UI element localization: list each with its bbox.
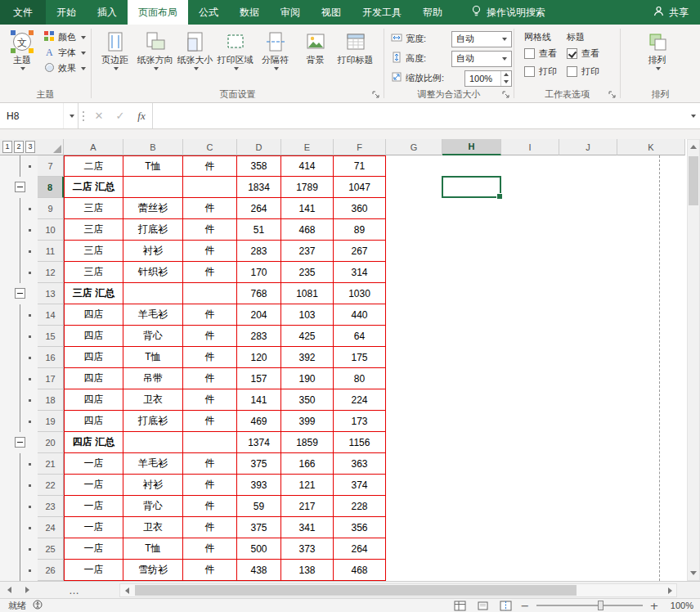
- row-header-22[interactable]: 22: [38, 475, 64, 496]
- cell-D8[interactable]: 1834: [237, 177, 281, 198]
- cell-E24[interactable]: 341: [281, 517, 334, 538]
- cell-J26[interactable]: [559, 560, 617, 581]
- cell-I26[interactable]: [501, 560, 559, 581]
- scale-to-fit-dialog-launcher[interactable]: [500, 89, 511, 100]
- cell-D21[interactable]: 375: [237, 453, 281, 475]
- cell-F10[interactable]: 89: [334, 219, 386, 241]
- cell-H7[interactable]: [442, 155, 501, 177]
- cell-C19[interactable]: 件: [183, 411, 237, 432]
- cell-B22[interactable]: 衬衫: [123, 475, 183, 496]
- cell-F23[interactable]: 228: [334, 496, 386, 517]
- cell-F21[interactable]: 363: [334, 453, 386, 475]
- cell-F19[interactable]: 173: [334, 411, 386, 432]
- cell-G20[interactable]: [386, 432, 442, 453]
- cell-J25[interactable]: [559, 538, 617, 560]
- scroll-down-button[interactable]: [688, 566, 699, 580]
- vertical-scrollbar-thumb[interactable]: [689, 156, 698, 205]
- cell-K18[interactable]: [617, 389, 685, 411]
- cell-J24[interactable]: [559, 517, 617, 538]
- cell-J12[interactable]: [559, 262, 617, 283]
- cell-G13[interactable]: [386, 283, 442, 304]
- cell-A14[interactable]: 四店: [64, 304, 123, 326]
- cell-H14[interactable]: [442, 304, 501, 326]
- cell-C7[interactable]: 件: [183, 155, 237, 177]
- cell-K24[interactable]: [617, 517, 685, 538]
- cell-I7[interactable]: [501, 155, 559, 177]
- zoom-slider-thumb[interactable]: [598, 601, 604, 610]
- row-header-24[interactable]: 24: [38, 517, 64, 538]
- cell-F25[interactable]: 264: [334, 538, 386, 560]
- cell-H16[interactable]: [442, 347, 501, 368]
- cell-A26[interactable]: 一店: [64, 560, 123, 581]
- tab-data[interactable]: 数据: [229, 0, 270, 25]
- sheet-next-button[interactable]: [18, 582, 36, 598]
- cell-K8[interactable]: [617, 177, 685, 198]
- outline-level-button-1[interactable]: 1: [2, 141, 12, 153]
- cell-A8[interactable]: 二店 汇总: [64, 177, 123, 198]
- cell-D16[interactable]: 120: [237, 347, 281, 368]
- page-layout-view-button[interactable]: [474, 600, 491, 612]
- row-header-10[interactable]: 10: [38, 219, 64, 241]
- cell-C17[interactable]: 件: [183, 368, 237, 389]
- row-header-16[interactable]: 16: [38, 347, 64, 368]
- page-setup-dialog-launcher[interactable]: [370, 89, 381, 100]
- cell-J20[interactable]: [559, 432, 617, 453]
- cell-J9[interactable]: [559, 198, 617, 219]
- cell-B16[interactable]: T恤: [123, 347, 183, 368]
- cell-A15[interactable]: 四店: [64, 326, 123, 347]
- cell-G9[interactable]: [386, 198, 442, 219]
- cell-K26[interactable]: [617, 560, 685, 581]
- cell-H19[interactable]: [442, 411, 501, 432]
- cell-C15[interactable]: 件: [183, 326, 237, 347]
- cell-H20[interactable]: [442, 432, 501, 453]
- cell-J10[interactable]: [559, 219, 617, 241]
- cell-D19[interactable]: 469: [237, 411, 281, 432]
- row-header-19[interactable]: 19: [38, 411, 64, 432]
- cell-K12[interactable]: [617, 262, 685, 283]
- row-header-18[interactable]: 18: [38, 389, 64, 411]
- cell-A19[interactable]: 四店: [64, 411, 123, 432]
- cell-C25[interactable]: 件: [183, 538, 237, 560]
- tab-file[interactable]: 文件: [0, 0, 46, 25]
- cell-I12[interactable]: [501, 262, 559, 283]
- cell-B12[interactable]: 针织衫: [123, 262, 183, 283]
- formula-input[interactable]: [152, 103, 685, 128]
- cell-A13[interactable]: 三店 汇总: [64, 283, 123, 304]
- zoom-in-button[interactable]: +: [649, 600, 659, 612]
- row-header-21[interactable]: 21: [38, 453, 64, 475]
- cell-C12[interactable]: 件: [183, 262, 237, 283]
- cell-A20[interactable]: 四店 汇总: [64, 432, 123, 453]
- cell-I13[interactable]: [501, 283, 559, 304]
- cell-B23[interactable]: 背心: [123, 496, 183, 517]
- cell-A16[interactable]: 四店: [64, 347, 123, 368]
- cell-F7[interactable]: 71: [334, 155, 386, 177]
- theme-fonts-button[interactable]: A 字体: [41, 45, 89, 61]
- cell-K9[interactable]: [617, 198, 685, 219]
- cell-B7[interactable]: T恤: [123, 155, 183, 177]
- breaks-button[interactable]: 分隔符: [255, 28, 295, 70]
- row-header-12[interactable]: 12: [38, 262, 64, 283]
- cell-G26[interactable]: [386, 560, 442, 581]
- row-header-23[interactable]: 23: [38, 496, 64, 517]
- cell-D20[interactable]: 1374: [237, 432, 281, 453]
- cell-K11[interactable]: [617, 241, 685, 262]
- vertical-scrollbar[interactable]: [687, 139, 700, 581]
- cell-K20[interactable]: [617, 432, 685, 453]
- column-header-H[interactable]: H: [442, 139, 501, 155]
- insert-function-button[interactable]: fx: [131, 103, 152, 128]
- cell-A18[interactable]: 四店: [64, 389, 123, 411]
- cell-I16[interactable]: [501, 347, 559, 368]
- cell-E18[interactable]: 350: [281, 389, 334, 411]
- cell-J22[interactable]: [559, 475, 617, 496]
- cell-K17[interactable]: [617, 368, 685, 389]
- accessibility-icon[interactable]: [33, 600, 43, 611]
- column-header-C[interactable]: C: [183, 139, 237, 155]
- background-button[interactable]: 背景: [295, 28, 335, 70]
- row-header-7[interactable]: 7: [38, 155, 64, 177]
- cell-D22[interactable]: 393: [237, 475, 281, 496]
- headings-print-checkbox[interactable]: 打印: [567, 62, 599, 80]
- cell-K25[interactable]: [617, 538, 685, 560]
- cell-E20[interactable]: 1859: [281, 432, 334, 453]
- cell-C20[interactable]: [183, 432, 237, 453]
- cell-E21[interactable]: 166: [281, 453, 334, 475]
